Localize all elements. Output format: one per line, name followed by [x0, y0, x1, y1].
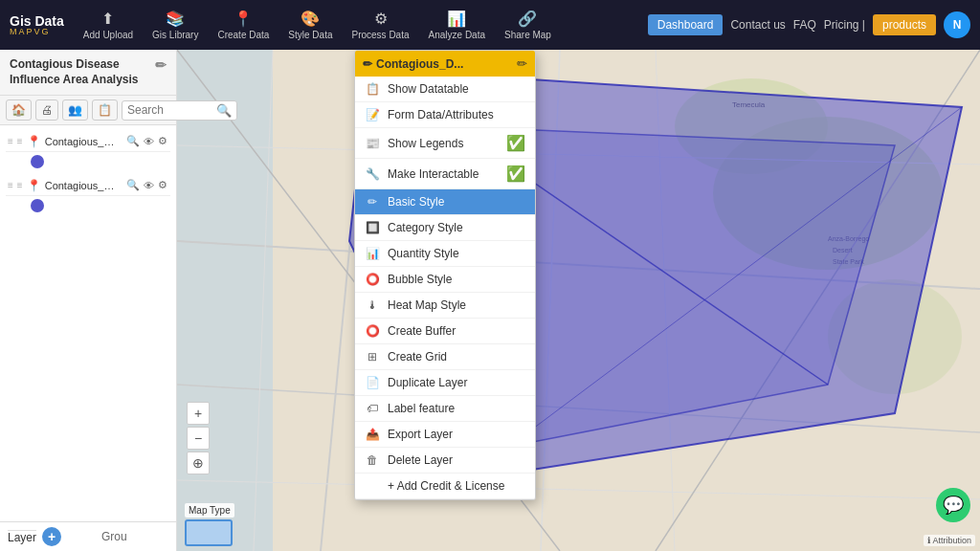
- menu-item-show-legends[interactable]: 📰 Show Legends ✅: [355, 128, 535, 159]
- nav-process-data[interactable]: ⚙ Process Data: [345, 6, 417, 44]
- layer-eye-btn-2[interactable]: 👁: [143, 178, 155, 192]
- products-button[interactable]: products: [873, 14, 936, 35]
- nav-share-map[interactable]: 🔗 Share Map: [497, 6, 559, 44]
- menu-item-form-data[interactable]: 📝 Form Data/Attributes: [355, 102, 535, 128]
- clipboard-toolbar-btn[interactable]: 📋: [92, 99, 118, 121]
- nav-add-upload[interactable]: ⬆ Add Upload: [76, 6, 141, 44]
- map-type-thumbnail[interactable]: [185, 519, 233, 546]
- layer-actions-2: 🔍 👁 ⚙: [125, 178, 168, 192]
- svg-rect-1: [177, 50, 273, 551]
- menu-item-add-credit[interactable]: + Add Credit & License: [355, 474, 535, 499]
- search-icon: 🔍: [216, 103, 232, 118]
- user-avatar[interactable]: N: [944, 11, 970, 38]
- style-data-icon: 🎨: [301, 10, 320, 28]
- map-controls: + − ⊕: [187, 402, 210, 474]
- menu-item-make-interactable[interactable]: 🔧 Make Interactable ✅: [355, 159, 535, 189]
- main-content: Contagious Disease Influence Area Analys…: [0, 50, 980, 551]
- legends-icon: 📰: [365, 137, 380, 150]
- layer-list: ≡ ≡ 📍 Contagious_Dise... 🔍 👁 ⚙ ≡ ≡ 📍 Con…: [0, 125, 176, 521]
- delete-layer-icon: 🗑: [365, 453, 380, 467]
- menu-item-quantity-style[interactable]: 📊 Quantity Style: [355, 241, 535, 267]
- menu-item-delete-layer[interactable]: 🗑 Delete Layer: [355, 448, 535, 474]
- faq-link[interactable]: FAQ: [793, 18, 816, 32]
- info-icon: ℹ: [927, 536, 930, 545]
- layer-eye-btn-1[interactable]: 👁: [143, 134, 155, 148]
- context-menu-header: ✏ Contagious_D... ✏: [355, 51, 535, 77]
- sidebar-title-bar: Contagious Disease Influence Area Analys…: [0, 50, 176, 96]
- layer-actions-1: 🔍 👁 ⚙: [125, 134, 168, 148]
- search-input[interactable]: [127, 103, 213, 117]
- quantity-style-icon: 📊: [365, 247, 380, 260]
- map-area[interactable]: Temecula San Clemente Anza-Borrego Deser…: [177, 50, 980, 551]
- drag-handle-2[interactable]: ≡: [17, 136, 23, 146]
- menu-item-label-feature[interactable]: 🏷 Label feature: [355, 396, 535, 422]
- search-box[interactable]: 🔍: [122, 100, 237, 121]
- menu-item-show-datatable[interactable]: 📋 Show Datatable: [355, 77, 535, 102]
- basic-style-icon: ✏: [365, 195, 380, 209]
- layer-item-2-sub: [6, 196, 170, 215]
- duplicate-layer-icon: 📄: [365, 376, 380, 389]
- export-layer-icon: 📤: [365, 428, 380, 441]
- layer-item-1: ≡ ≡ 📍 Contagious_Dise... 🔍 👁 ⚙: [6, 131, 170, 152]
- layer-action-btn-2[interactable]: ⚙: [157, 178, 168, 192]
- nav-gis-library[interactable]: 📚 Gis Library: [145, 6, 206, 44]
- contact-link[interactable]: Contact us: [730, 18, 785, 32]
- legends-toggle[interactable]: ✅: [506, 134, 525, 152]
- drag-handle-3[interactable]: ≡: [8, 180, 13, 190]
- dashboard-button[interactable]: Dashboard: [648, 14, 724, 35]
- context-menu: ✏ Contagious_D... ✏ 📋 Show Datatable 📝 F…: [354, 50, 536, 500]
- layer-bottom-bar: Layer + Grou: [0, 521, 176, 551]
- pricing-link[interactable]: Pricing |: [824, 18, 865, 32]
- heatmap-style-icon: 🌡: [365, 298, 380, 312]
- menu-item-heat-map-style[interactable]: 🌡 Heat Map Style: [355, 293, 535, 319]
- menu-item-duplicate-layer[interactable]: 📄 Duplicate Layer: [355, 370, 535, 396]
- create-data-icon: 📍: [234, 10, 253, 28]
- menu-item-create-grid[interactable]: ⊞ Create Grid: [355, 344, 535, 370]
- category-style-icon: 🔲: [365, 221, 380, 234]
- map-toolbar: 🏠 🖨 👥 📋 🔍: [0, 96, 176, 125]
- drag-handle-4[interactable]: ≡: [17, 180, 23, 190]
- menu-item-basic-style[interactable]: ✏ Basic Style: [355, 189, 535, 215]
- chat-button[interactable]: 💬: [936, 488, 970, 522]
- layer-point-icon-1: 📍: [27, 135, 41, 148]
- interactable-toggle[interactable]: ✅: [506, 165, 525, 183]
- drag-handle-1[interactable]: ≡: [8, 136, 13, 146]
- menu-item-export-layer[interactable]: 📤 Export Layer: [355, 422, 535, 448]
- nav-analyze-data[interactable]: 📊 Analyze Data: [421, 6, 493, 44]
- users-toolbar-btn[interactable]: 👥: [62, 99, 88, 121]
- menu-item-category-style[interactable]: 🔲 Category Style: [355, 215, 535, 241]
- layer-item-1-sub: [6, 152, 170, 171]
- layer-search-btn-1[interactable]: 🔍: [125, 134, 141, 148]
- brand-logo: Gis Data MAPVG: [10, 14, 64, 36]
- label-feature-icon: 🏷: [365, 402, 380, 415]
- compass-button[interactable]: ⊕: [187, 452, 210, 474]
- layer-action-btn-1[interactable]: ⚙: [157, 134, 168, 148]
- map-type-label: Map Type: [185, 503, 234, 518]
- menu-item-bubble-style[interactable]: ⭕ Bubble Style: [355, 267, 535, 293]
- datatable-icon: 📋: [365, 82, 380, 96]
- process-data-icon: ⚙: [374, 10, 388, 28]
- menu-item-create-buffer[interactable]: ⭕ Create Buffer: [355, 319, 535, 344]
- svg-text:State Park: State Park: [833, 258, 864, 265]
- layer-color-circle-2: [31, 199, 44, 212]
- gis-library-icon: 📚: [166, 10, 185, 28]
- add-layer-button[interactable]: +: [42, 527, 61, 546]
- share-map-icon: 🔗: [518, 10, 537, 28]
- layer-color-circle-1: [31, 155, 44, 168]
- top-navigation: Gis Data MAPVG ⬆ Add Upload 📚 Gis Librar…: [0, 0, 980, 50]
- attribution-label: ℹ Attribution: [924, 535, 975, 546]
- add-upload-icon: ⬆: [101, 10, 114, 28]
- nav-create-data[interactable]: 📍 Create Data: [210, 6, 277, 44]
- sidebar-title-text: Contagious Disease Influence Area Analys…: [10, 57, 155, 87]
- zoom-out-button[interactable]: −: [187, 427, 210, 450]
- layer-point-icon-2: 📍: [27, 179, 41, 192]
- nav-style-data[interactable]: 🎨 Style Data: [280, 6, 340, 44]
- home-toolbar-btn[interactable]: 🏠: [6, 99, 32, 121]
- print-toolbar-btn[interactable]: 🖨: [35, 99, 58, 121]
- zoom-in-button[interactable]: +: [187, 402, 210, 425]
- layer-search-btn-2[interactable]: 🔍: [125, 178, 141, 192]
- svg-text:Temecula: Temecula: [732, 100, 766, 109]
- context-menu-edit-icon[interactable]: ✏: [517, 56, 527, 71]
- edit-title-icon[interactable]: ✏: [155, 57, 167, 73]
- svg-point-3: [675, 78, 828, 174]
